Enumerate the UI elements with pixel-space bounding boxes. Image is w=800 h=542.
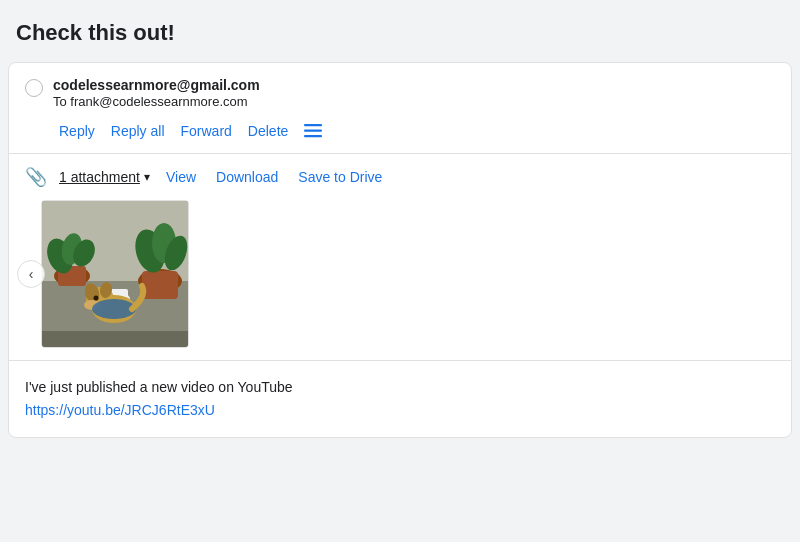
reply-button[interactable]: Reply [53, 119, 101, 143]
attachment-section: 📎 1 attachment ▾ View Download Save to D… [9, 154, 791, 361]
more-options-icon[interactable] [298, 120, 328, 142]
delete-button[interactable]: Delete [242, 119, 294, 143]
page-title: Check this out! [16, 20, 784, 46]
view-button[interactable]: View [162, 167, 200, 187]
svg-rect-11 [142, 271, 178, 299]
svg-point-22 [94, 296, 99, 301]
forward-button[interactable]: Forward [175, 119, 238, 143]
svg-rect-24 [42, 331, 189, 348]
sender-avatar [25, 79, 43, 97]
attachment-thumbnail[interactable] [41, 200, 189, 348]
sender-email: codelessearnmore@gmail.com [53, 77, 775, 93]
prev-attachment-arrow[interactable]: ‹ [17, 260, 45, 288]
reply-all-button[interactable]: Reply all [105, 119, 171, 143]
email-body: I've just published a new video on YouTu… [9, 361, 791, 437]
email-card: codelessearnmore@gmail.com To frank@code… [8, 62, 792, 438]
sender-info: codelessearnmore@gmail.com To frank@code… [53, 77, 775, 143]
svg-rect-2 [304, 135, 322, 137]
chevron-down-icon: ▾ [144, 170, 150, 184]
attachment-label[interactable]: 1 attachment ▾ [59, 169, 150, 185]
attachment-bar: 📎 1 attachment ▾ View Download Save to D… [25, 166, 775, 188]
body-text: I've just published a new video on YouTu… [25, 379, 775, 395]
attachment-thumbnail-wrapper: ‹ [25, 200, 235, 348]
email-header: codelessearnmore@gmail.com To frank@code… [9, 63, 791, 154]
body-link[interactable]: https://youtu.be/JRCJ6RtE3xU [25, 402, 215, 418]
email-actions: Reply Reply all Forward Delete [53, 119, 775, 143]
sender-to: To frank@codelessearnmore.com [53, 94, 775, 109]
svg-rect-0 [304, 124, 322, 126]
save-to-drive-button[interactable]: Save to Drive [294, 167, 386, 187]
attachment-count: 1 attachment [59, 169, 140, 185]
download-button[interactable]: Download [212, 167, 282, 187]
svg-rect-1 [304, 130, 322, 132]
paperclip-icon: 📎 [25, 166, 47, 188]
